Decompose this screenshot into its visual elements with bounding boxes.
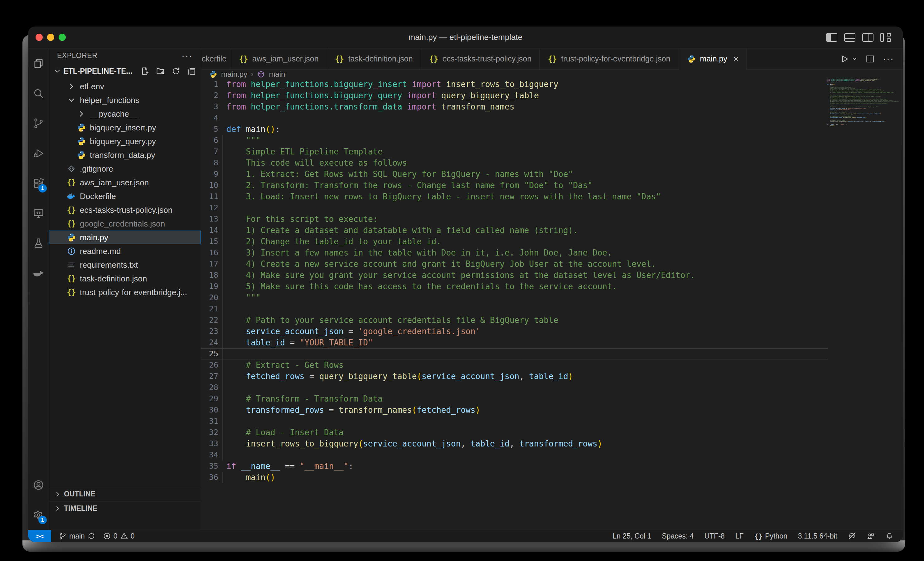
close-tab-icon[interactable]: ×: [734, 54, 738, 64]
file-tree-item-task-definition-json[interactable]: {}task-definition.json: [49, 272, 201, 286]
file-tree-item-readme-md[interactable]: readme.md: [49, 244, 201, 258]
activity-bar-item-run-and-debug[interactable]: [28, 138, 49, 168]
code-editor[interactable]: 1from helper_functions.bigquery_insert i…: [201, 79, 903, 530]
file-tree-item-trust-policy-for-eventbridge-j-[interactable]: {}trust-policy-for-eventbridge.j...: [49, 286, 201, 299]
git-branch-status[interactable]: main: [58, 532, 95, 540]
json-icon: {}: [67, 219, 76, 229]
tab-trust-policy-for-eventbridge-json[interactable]: {}trust-policy-for-eventbridge.json: [540, 48, 679, 69]
line-text: table_id = "YOUR_TABLE_ID": [226, 337, 373, 348]
files-icon: [33, 58, 44, 69]
code-line: 26 # Extract - Get Rows: [201, 359, 828, 371]
file-tree-item--pycache-[interactable]: __pycache__: [49, 107, 201, 121]
eol-setting[interactable]: LF: [735, 532, 744, 540]
feedback-icon[interactable]: [867, 532, 875, 540]
line-text: """: [827, 104, 832, 105]
code-line: 3from helper_functions.transform_data im…: [201, 101, 828, 112]
encoding-setting[interactable]: UTF-8: [705, 532, 725, 540]
tab-ckerfile[interactable]: ckerfile: [201, 48, 231, 69]
tab-task-definition-json[interactable]: {}task-definition.json: [327, 48, 421, 69]
remote-indicator[interactable]: ><: [28, 530, 51, 542]
line-number: 18: [207, 269, 218, 281]
code-line: 10 2. Transform: Transform the rows - Ch…: [201, 180, 828, 191]
file-tree-item-ecs-tasks-trust-policy-json[interactable]: {}ecs-tasks-trust-policy.json: [49, 203, 201, 217]
code-line: 14 1) Create a dataset and datatable wit…: [201, 225, 828, 236]
code-line: 35if __name__ == "__main__":: [201, 460, 828, 472]
file-tree-item-etl-env[interactable]: etl-env: [49, 80, 201, 93]
tab-aws-iam-user-json[interactable]: {}aws_iam_user.json: [231, 48, 327, 69]
tab-label: main.py: [700, 54, 728, 63]
line-text: from helper_functions.bigquery_query imp…: [226, 90, 539, 101]
breadcrumb-separator: ›: [251, 70, 253, 78]
indentation-setting[interactable]: Spaces: 4: [662, 532, 693, 540]
file-tree-item-google-credentials-json[interactable]: {}google_credentials.json: [49, 217, 201, 230]
activity-bar-item-remote-explorer[interactable]: [28, 198, 49, 228]
activity-bar-item-settings[interactable]: 1: [28, 500, 49, 530]
code-line: 16 3) Insert a few names in the table wi…: [201, 247, 828, 258]
file-label: Dockerfile: [80, 192, 116, 201]
tab-label: ecs-tasks-trust-policy.json: [442, 54, 532, 63]
file-tree-item-bigquery-query-py[interactable]: bigquery_query.py: [49, 134, 201, 148]
toggle-panel-icon[interactable]: [844, 33, 855, 42]
activity-bar-item-testing[interactable]: [28, 228, 49, 258]
activity-bar-item-source-control[interactable]: [28, 108, 49, 138]
file-tree-item-transform-data-py[interactable]: transform_data.py: [49, 148, 201, 162]
notifications-bell-icon[interactable]: [885, 532, 894, 540]
badge: 1: [38, 184, 47, 193]
layout-controls: [826, 33, 892, 42]
line-number: 14: [207, 225, 218, 236]
explorer-more-icon[interactable]: ···: [182, 50, 193, 61]
breadcrumb-file[interactable]: main.py: [221, 70, 247, 79]
code-line: 22 # Path to your service account creden…: [201, 314, 828, 326]
activity-bar-item-docker[interactable]: [28, 258, 49, 288]
activity-bar-item-search[interactable]: [28, 78, 49, 108]
file-tree-item-bigquery-insert-py[interactable]: bigquery_insert.py: [49, 121, 201, 134]
file-tree-item-helper-functions[interactable]: helper_functions: [49, 93, 201, 107]
line-text: if __name__ == "__main__":: [226, 460, 353, 472]
line-number: 2: [207, 90, 218, 101]
toggle-secondary-sidebar-icon[interactable]: [862, 33, 873, 42]
file-label: google_credentials.json: [80, 219, 165, 229]
activity-bar-item-extensions[interactable]: 1: [28, 168, 49, 198]
tab-ecs-tasks-trust-policy-json[interactable]: {}ecs-tasks-trust-policy.json: [421, 48, 540, 69]
file-label: helper_functions: [80, 95, 140, 105]
activity-bar-item-explorer[interactable]: [28, 48, 49, 78]
line-number: 12: [207, 202, 218, 214]
code-line: 21: [201, 303, 828, 314]
line-number: 1: [207, 79, 218, 90]
cursor-position[interactable]: Ln 25, Col 1: [612, 532, 651, 540]
sync-icon[interactable]: [87, 532, 95, 540]
copilot-disabled-icon[interactable]: [848, 532, 856, 540]
timeline-panel-header[interactable]: TIMELINE: [49, 501, 201, 516]
minimap[interactable]: from helper_functions.bigquery_insert im…: [827, 79, 903, 144]
customize-layout-icon[interactable]: [880, 33, 892, 42]
python-icon: [77, 137, 86, 146]
file-label: __pycache__: [90, 109, 138, 119]
testing-icon: [33, 238, 44, 249]
language-mode[interactable]: {} Python: [754, 532, 788, 540]
toggle-primary-sidebar-icon[interactable]: [826, 33, 837, 42]
breadcrumb-symbol[interactable]: main: [269, 70, 285, 79]
tab-main-py[interactable]: main.py×: [679, 48, 747, 69]
file-tree-item-aws-iam-user-json[interactable]: {}aws_iam_user.json: [49, 176, 201, 190]
code-line: 34: [201, 449, 828, 460]
file-tree-item-main-py[interactable]: main.py: [49, 230, 201, 244]
workspace-section-header[interactable]: ETL-PIPELINE-TE...: [49, 63, 201, 80]
python-interpreter[interactable]: 3.11.5 64-bit: [798, 532, 837, 540]
file-label: readme.md: [80, 247, 121, 256]
line-text: """: [226, 135, 261, 146]
workspace-name: ETL-PIPELINE-TE...: [63, 67, 132, 75]
line-text: # Extract - Get Rows: [226, 359, 344, 371]
outline-panel-header[interactable]: OUTLINE: [49, 487, 201, 501]
file-tree-item--gitignore[interactable]: .gitignore: [49, 162, 201, 176]
file-tree-item-requirements-txt[interactable]: requirements.txt: [49, 258, 201, 272]
file-tree-item-dockerfile[interactable]: Dockerfile: [49, 190, 201, 203]
run-python-file-button[interactable]: [840, 54, 849, 64]
window-title: main.py — etl-pipeline-template: [28, 32, 903, 42]
code-line: 31: [201, 416, 828, 427]
run-options-chevron-icon[interactable]: [852, 56, 857, 62]
file-label: requirements.txt: [80, 260, 138, 270]
problems-status[interactable]: 0 0: [103, 532, 135, 540]
activity-bar-item-accounts[interactable]: [28, 470, 49, 500]
more-actions-icon[interactable]: ···: [883, 54, 894, 64]
split-editor-button[interactable]: [866, 54, 875, 64]
